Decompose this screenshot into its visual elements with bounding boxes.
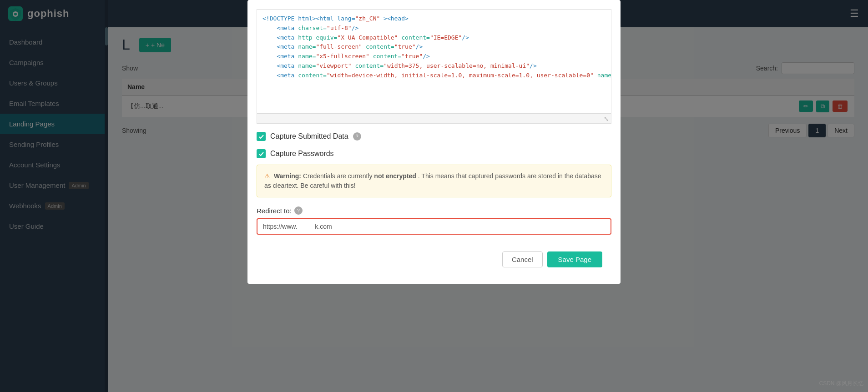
code-line-5: <meta name="x5-fullscreen" content="true…: [262, 52, 606, 61]
code-line-7: <meta content="width=device-width, initi…: [262, 71, 606, 80]
capture-submitted-checkbox[interactable]: [257, 132, 266, 141]
modal-body: Capture Submitted Data ? Capture Passwor…: [247, 124, 621, 284]
warning-icon: ⚠: [264, 172, 270, 180]
capture-passwords-label: Capture Passwords: [270, 150, 334, 158]
capture-passwords-row: Capture Passwords: [257, 149, 611, 158]
capture-submitted-data-row: Capture Submitted Data ?: [257, 132, 611, 141]
warning-bold: not encrypted: [374, 172, 416, 180]
warning-prefix: Warning:: [274, 172, 301, 180]
html-code-editor[interactable]: <!DOCTYPE html><html lang="zh_CN" ><head…: [257, 9, 611, 114]
warning-box: ⚠ Warning: Credentials are currently not…: [257, 165, 611, 197]
code-line-6: <meta name="viewport" content="width=375…: [262, 61, 606, 71]
code-line-1: <!DOCTYPE html><html lang="zh_CN" ><head…: [262, 14, 606, 24]
csdn-watermark: CSDN @风月长忆: [819, 380, 863, 387]
redirect-section: Redirect to: ?: [257, 206, 611, 235]
save-page-button[interactable]: Save Page: [547, 251, 602, 267]
redirect-url-input[interactable]: [257, 218, 611, 235]
code-line-3: <meta http-equiv="X-UA-Compatible" conte…: [262, 33, 606, 43]
redirect-help-icon[interactable]: ?: [294, 206, 303, 215]
modal-footer: Cancel Save Page: [257, 244, 611, 275]
capture-passwords-checkbox[interactable]: [257, 149, 266, 158]
code-line-2: <meta charset="utf-8"/>: [262, 24, 606, 33]
warning-middle: Credentials are currently: [303, 172, 374, 180]
editor-resize-handle[interactable]: ⤡: [257, 114, 611, 124]
modal-overlay: <!DOCTYPE html><html lang="zh_CN" ><head…: [0, 0, 868, 392]
capture-submitted-help-icon[interactable]: ?: [353, 132, 361, 141]
cancel-button[interactable]: Cancel: [502, 251, 543, 267]
capture-submitted-label: Capture Submitted Data: [270, 132, 348, 141]
redirect-label: Redirect to: ?: [257, 206, 611, 215]
resize-icon: ⤡: [604, 115, 609, 122]
redirect-label-text: Redirect to:: [257, 207, 292, 215]
code-line-4: <meta name="full-screen" content="true"/…: [262, 42, 606, 52]
edit-landing-page-modal: <!DOCTYPE html><html lang="zh_CN" ><head…: [247, 0, 621, 284]
